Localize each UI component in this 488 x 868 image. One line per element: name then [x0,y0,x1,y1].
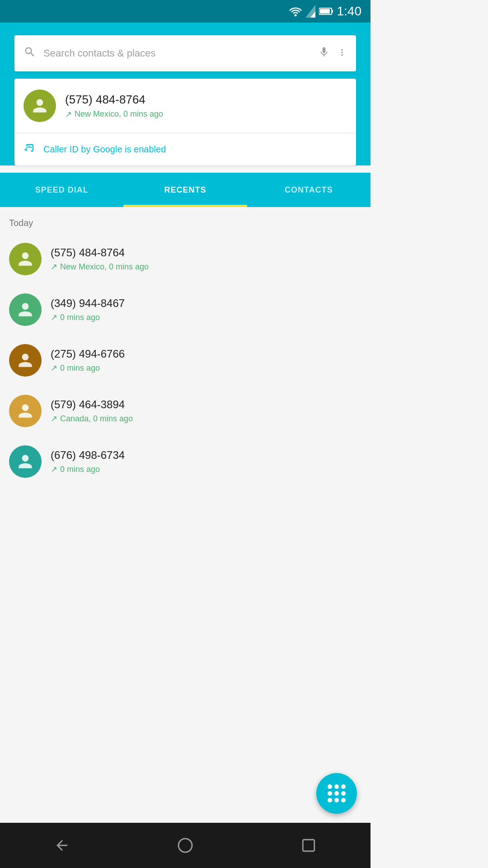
battery-icon [319,7,333,15]
call-avatar [9,243,42,275]
call-outgoing-arrow: ↗ [51,363,57,373]
call-avatar [9,395,42,427]
call-sub: ↗ 0 mins ago [51,312,361,322]
wifi-icon [289,6,302,16]
section-header-today: Today [0,207,371,234]
call-info: (349) 944-8467 ↗ 0 mins ago [51,297,361,322]
call-number: (349) 944-8467 [51,297,361,310]
svg-rect-7 [303,840,315,851]
call-number: (575) 484-8764 [51,246,361,259]
call-sub: ↗ Canada, 0 mins ago [51,414,361,424]
call-item[interactable]: (349) 944-8467 ↗ 0 mins ago [0,284,371,335]
search-icon [23,46,36,61]
recent-call-card: (575) 484-8764 ↗ New Mexico, 0 mins ago … [14,79,356,165]
caller-id-icon [23,142,36,157]
call-item[interactable]: (579) 464-3894 ↗ Canada, 0 mins ago [0,386,371,436]
svg-rect-5 [320,9,330,14]
search-bar[interactable]: Search contacts & places [14,35,356,71]
call-info: (575) 484-8764 ↗ New Mexico, 0 mins ago [51,246,361,272]
call-item[interactable]: (676) 498-6734 ↗ 0 mins ago [0,436,371,487]
dialpad-icon [324,781,349,806]
outgoing-arrow: ↗ [65,109,72,119]
bottom-nav [0,823,371,868]
call-outgoing-arrow: ↗ [51,312,57,322]
call-sub: ↗ 0 mins ago [51,363,361,373]
call-avatar [9,293,42,326]
recent-call-info: (575) 484-8764 ↗ New Mexico, 0 mins ago [65,93,347,119]
search-placeholder: Search contacts & places [43,47,311,59]
call-number: (579) 464-3894 [51,398,361,411]
call-info: (275) 494-6766 ↗ 0 mins ago [51,348,361,373]
call-items-container: (575) 484-8764 ↗ New Mexico, 0 mins ago … [0,234,371,487]
call-sub-text: 0 mins ago [60,363,100,373]
tab-recents[interactable]: RECENTS [123,173,247,207]
svg-point-0 [294,14,296,17]
microphone-icon[interactable] [318,46,330,61]
call-sub-text: Canada, 0 mins ago [60,414,133,424]
signal-icon [305,5,315,18]
svg-rect-4 [332,10,333,13]
recent-call-sub: ↗ New Mexico, 0 mins ago [65,109,347,119]
tab-speed-dial[interactable]: SPEED DIAL [0,173,123,207]
status-icons: 1:40 [289,4,362,19]
call-outgoing-arrow: ↗ [51,464,57,474]
call-list: Today (575) 484-8764 ↗ New Mexico, 0 min… [0,207,371,487]
home-button[interactable] [172,832,199,859]
dialpad-fab[interactable] [316,773,357,814]
tabs-container: SPEED DIAL RECENTS CONTACTS [0,173,371,207]
more-options-icon[interactable] [337,47,347,61]
call-info: (579) 464-3894 ↗ Canada, 0 mins ago [51,398,361,424]
status-time: 1:40 [337,4,362,19]
call-sub-text: 0 mins ago [60,465,100,474]
recent-call-number: (575) 484-8764 [65,93,347,107]
status-bar: 1:40 [0,0,371,23]
call-outgoing-arrow: ↗ [51,262,57,272]
svg-point-6 [178,839,192,852]
call-sub-text: 0 mins ago [60,313,100,322]
call-info: (676) 498-6734 ↗ 0 mins ago [51,449,361,474]
caller-id-row[interactable]: Caller ID by Google is enabled [14,133,356,165]
call-sub: ↗ 0 mins ago [51,464,361,474]
call-outgoing-arrow: ↗ [51,414,57,424]
recents-button[interactable] [295,832,322,859]
call-item[interactable]: (275) 494-6766 ↗ 0 mins ago [0,335,371,386]
call-sub-text: New Mexico, 0 mins ago [60,262,149,272]
call-number: (676) 498-6734 [51,449,361,462]
recent-call-top[interactable]: (575) 484-8764 ↗ New Mexico, 0 mins ago [14,79,356,133]
call-item[interactable]: (575) 484-8764 ↗ New Mexico, 0 mins ago [0,234,371,284]
caller-id-text: Caller ID by Google is enabled [43,144,166,155]
back-button[interactable] [48,832,75,859]
call-avatar [9,344,42,377]
call-sub: ↗ New Mexico, 0 mins ago [51,262,361,272]
call-number: (275) 494-6766 [51,348,361,360]
tab-contacts[interactable]: CONTACTS [247,173,371,207]
recent-call-avatar [23,90,56,122]
call-avatar [9,445,42,478]
